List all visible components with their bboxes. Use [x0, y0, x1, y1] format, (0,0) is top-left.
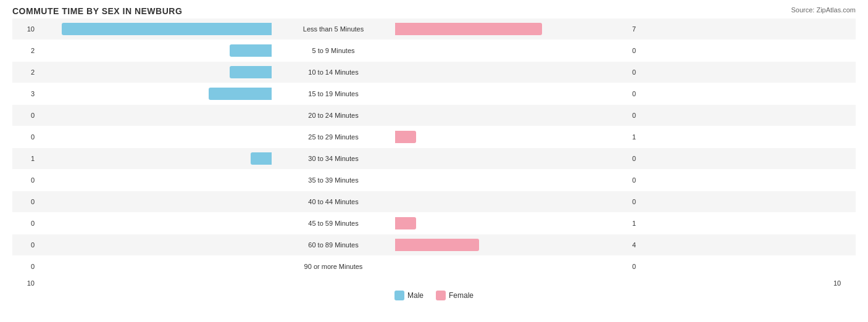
male-bar: [230, 66, 272, 78]
male-value: 2: [12, 47, 37, 54]
male-value: 0: [12, 241, 37, 249]
female-value: 1: [630, 220, 654, 227]
male-bar: [209, 88, 272, 100]
male-bar-container: [37, 239, 272, 251]
male-value: 0: [12, 176, 37, 184]
male-bar-container: [37, 174, 272, 186]
row-label: 20 to 24 Minutes: [272, 112, 395, 119]
female-value: 0: [630, 263, 654, 270]
female-bar-container: [395, 174, 630, 186]
legend-female-label: Female: [449, 291, 474, 300]
male-value: 0: [12, 198, 37, 205]
male-value: 0: [12, 133, 37, 141]
male-value: 3: [12, 90, 37, 97]
row-label: 10 to 14 Minutes: [272, 68, 395, 76]
female-bar: [395, 131, 416, 143]
female-bar-container: [395, 152, 630, 165]
chart-row: 10 Less than 5 Minutes 7: [12, 19, 856, 39]
chart-row: 0 90 or more Minutes 0: [12, 256, 856, 277]
chart-row: 0 45 to 59 Minutes 1: [12, 213, 856, 234]
female-value: 0: [630, 198, 654, 205]
axis-right-val: 10: [831, 279, 856, 287]
row-label: Less than 5 Minutes: [272, 25, 395, 33]
male-bar-container: [37, 131, 272, 143]
female-value: 0: [630, 47, 654, 54]
chart-row: 3 15 to 19 Minutes 0: [12, 83, 856, 104]
chart-row: 0 60 to 89 Minutes 4: [12, 234, 856, 255]
chart-area: 10 Less than 5 Minutes 7 2 5 to 9 Minute…: [12, 19, 856, 300]
female-bar: [395, 239, 479, 251]
chart-row: 0 40 to 44 Minutes 0: [12, 191, 856, 212]
male-bar-container: [37, 44, 272, 57]
male-bar-container: [37, 23, 272, 35]
female-bar-container: [395, 196, 630, 208]
male-bar-container: [37, 109, 272, 122]
female-bar-container: [395, 88, 630, 100]
legend-male: Male: [394, 291, 424, 300]
female-bar: [395, 217, 416, 229]
female-bar: [395, 23, 542, 35]
row-label: 40 to 44 Minutes: [272, 198, 395, 205]
male-bar: [251, 152, 272, 165]
male-bar-container: [37, 260, 272, 273]
axis-left-val: 10: [12, 279, 37, 287]
male-bar: [230, 44, 272, 57]
chart-row: 0 20 to 24 Minutes 0: [12, 105, 856, 126]
legend-male-label: Male: [407, 291, 424, 300]
male-bar-container: [37, 88, 272, 100]
row-label: 15 to 19 Minutes: [272, 90, 395, 97]
legend-female: Female: [436, 291, 474, 300]
female-bar-container: [395, 239, 630, 251]
chart-row: 2 5 to 9 Minutes 0: [12, 40, 856, 61]
row-label: 5 to 9 Minutes: [272, 47, 395, 54]
female-bar-container: [395, 217, 630, 229]
female-value: 7: [630, 25, 654, 33]
female-value: 0: [630, 112, 654, 119]
female-value: 1: [630, 133, 654, 141]
chart-row: 1 30 to 34 Minutes 0: [12, 148, 856, 169]
female-value: 4: [630, 241, 654, 249]
female-bar-container: [395, 23, 630, 35]
male-value: 1: [12, 155, 37, 162]
row-label: 25 to 29 Minutes: [272, 133, 395, 141]
chart-row: 2 10 to 14 Minutes 0: [12, 62, 856, 83]
female-bar-container: [395, 109, 630, 122]
female-color-swatch: [436, 291, 446, 300]
male-value: 2: [12, 68, 37, 76]
male-color-swatch: [394, 291, 404, 300]
female-bar-container: [395, 131, 630, 143]
female-bar-container: [395, 260, 630, 273]
male-value: 0: [12, 263, 37, 270]
male-bar-container: [37, 152, 272, 165]
row-label: 35 to 39 Minutes: [272, 176, 395, 184]
male-bar-container: [37, 196, 272, 208]
female-bar-container: [395, 44, 630, 57]
row-label: 45 to 59 Minutes: [272, 220, 395, 227]
male-value: 10: [12, 25, 37, 33]
male-value: 0: [12, 220, 37, 227]
male-bar: [62, 23, 272, 35]
female-value: 0: [630, 155, 654, 162]
female-value: 0: [630, 68, 654, 76]
male-bar-container: [37, 217, 272, 229]
row-label: 30 to 34 Minutes: [272, 155, 395, 162]
axis-row: 10 10: [12, 279, 856, 287]
chart-title: COMMUTE TIME BY SEX IN NEWBURG: [12, 6, 182, 16]
female-bar-container: [395, 66, 630, 78]
female-value: 0: [630, 176, 654, 184]
chart-row: 0 25 to 29 Minutes 1: [12, 126, 856, 147]
source-label: Source: ZipAtlas.com: [791, 6, 856, 14]
row-label: 60 to 89 Minutes: [272, 241, 395, 249]
male-value: 0: [12, 112, 37, 119]
legend: Male Female: [12, 291, 856, 300]
female-value: 0: [630, 90, 654, 97]
row-label: 90 or more Minutes: [272, 263, 395, 270]
chart-row: 0 35 to 39 Minutes 0: [12, 170, 856, 191]
male-bar-container: [37, 66, 272, 78]
